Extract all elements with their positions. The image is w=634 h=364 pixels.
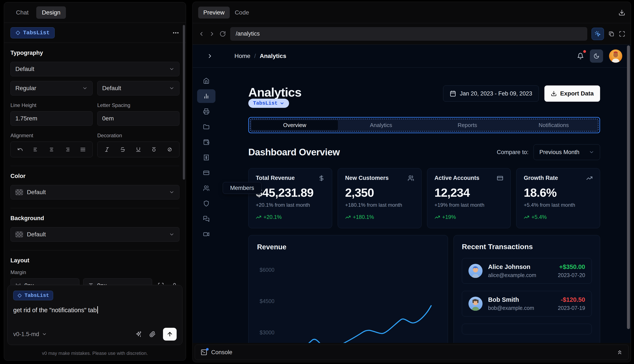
stat-card-new-customers: New Customers 2,350 +180.1% from last mo… <box>338 168 422 228</box>
letter-spacing-input[interactable]: 0em <box>97 111 179 126</box>
sidebar-item-security[interactable] <box>197 197 215 210</box>
color-section: Color Default <box>11 166 179 208</box>
line-height-input[interactable]: 1.75rem <box>11 111 93 126</box>
avatar <box>468 264 483 278</box>
font-family-value: Default <box>15 66 34 72</box>
charts-row: Revenue $6000 $4500 $3000 Recent Transac… <box>248 235 600 343</box>
selection-chip[interactable]: TabsList <box>248 99 289 108</box>
prompt-composer[interactable]: TabsList get rid of the "notifications" … <box>8 285 182 345</box>
avatar[interactable] <box>609 50 622 63</box>
breadcrumb-home[interactable]: Home <box>234 53 250 60</box>
font-weight-select[interactable]: Regular <box>11 81 93 96</box>
copy-icon[interactable] <box>608 31 614 37</box>
letter-spacing-label: Letter Spacing <box>97 102 179 108</box>
underline-icon[interactable] <box>133 144 143 154</box>
app-navbar: Home / Analytics <box>193 44 631 68</box>
chevron-down-icon <box>42 332 47 337</box>
fullscreen-icon[interactable] <box>619 31 625 37</box>
chevrons-up-icon[interactable] <box>616 349 623 356</box>
decoration-label: Decoration <box>97 132 179 138</box>
font-weight-value: Regular <box>15 85 36 92</box>
undo-icon[interactable] <box>15 144 25 154</box>
transaction-row[interactable] <box>462 324 592 334</box>
no-decoration-icon[interactable] <box>164 144 175 154</box>
component-badge[interactable]: TabsList <box>11 27 55 38</box>
align-justify-icon[interactable] <box>78 144 88 154</box>
tab-design[interactable]: Design <box>36 6 66 19</box>
sidebar-item-cards[interactable] <box>197 166 215 180</box>
background-select[interactable]: Default <box>11 227 179 242</box>
tab-overview[interactable]: Overview <box>251 120 338 130</box>
chevron-right-icon[interactable] <box>207 53 213 59</box>
align-center-icon[interactable] <box>46 144 57 154</box>
overline-icon[interactable] <box>149 144 159 154</box>
sidebar-item-members[interactable] <box>197 181 215 195</box>
sidebar-item-home[interactable] <box>197 74 215 88</box>
transaction-row[interactable]: Bob Smith bob@example.com -$120.50 2023-… <box>462 291 592 316</box>
transaction-date: 2023-07-20 <box>558 272 585 278</box>
dark-mode-toggle[interactable] <box>590 50 603 63</box>
sidebar-item-wallet[interactable] <box>197 135 215 149</box>
transaction-row[interactable]: Alice Johnson alice@example.com +$350.00… <box>462 258 592 284</box>
date-range-picker[interactable]: Jan 20, 2023 - Feb 09, 2023 <box>443 86 539 102</box>
credit-card-icon <box>497 175 503 181</box>
stat-title: Active Accounts <box>435 175 480 181</box>
stat-sub: +5.4% from last month <box>524 202 593 208</box>
bell-icon[interactable] <box>577 53 584 60</box>
model-select[interactable]: v0-1.5-md <box>13 331 47 338</box>
transaction-name: Alice Johnson <box>488 264 552 270</box>
tab-preview[interactable]: Preview <box>198 6 230 18</box>
component-badge-label: TabsList <box>23 30 50 36</box>
url-input[interactable]: /analytics <box>230 27 587 41</box>
chevron-down-icon <box>169 66 174 72</box>
alignment-label: Alignment <box>11 132 93 138</box>
compare-select[interactable]: Previous Month <box>533 144 600 160</box>
prompt-input[interactable]: get rid of the "notifications" tab <box>13 306 177 314</box>
users-icon <box>408 175 414 181</box>
italic-icon[interactable] <box>102 144 112 154</box>
tab-notifications[interactable]: Notifications <box>510 120 597 130</box>
refresh-icon[interactable] <box>219 31 226 37</box>
send-button[interactable] <box>163 328 177 340</box>
decoration-group <box>97 142 179 157</box>
date-range-value: Jan 20, 2023 - Feb 09, 2023 <box>460 90 532 97</box>
line-height-label: Line Height <box>11 102 93 108</box>
tab-reports[interactable]: Reports <box>424 120 511 130</box>
sidebar-item-video[interactable] <box>197 228 215 241</box>
viewport-scrollbar[interactable] <box>627 46 630 341</box>
sidebar-item-invoices[interactable] <box>197 151 215 164</box>
sidebar-item-reports[interactable] <box>197 105 215 118</box>
font-family-select[interactable]: Default <box>11 62 179 76</box>
color-select[interactable]: Default <box>11 185 179 200</box>
sidebar-item-analytics[interactable] <box>197 89 215 103</box>
tab-analytics[interactable]: Analytics <box>338 120 424 130</box>
color-label: Color <box>11 173 179 180</box>
stat-card-active-accounts: Active Accounts 12,234 +19% from last mo… <box>427 168 511 228</box>
forward-icon[interactable] <box>209 31 215 37</box>
align-right-icon[interactable] <box>62 144 72 154</box>
download-icon[interactable] <box>618 9 625 16</box>
console-label: Console <box>211 349 232 356</box>
panel-scrollbar[interactable] <box>183 25 185 180</box>
tabslist-selection-outline: Overview Analytics Reports Notifications <box>248 117 600 133</box>
sidebar-item-files[interactable] <box>197 120 215 134</box>
paperclip-icon[interactable] <box>149 331 156 337</box>
back-icon[interactable] <box>198 31 205 37</box>
composer-component-chip[interactable]: TabsList <box>13 291 53 300</box>
revenue-chart-card: Revenue $6000 $4500 $3000 <box>248 235 448 343</box>
strikethrough-icon[interactable] <box>118 144 128 154</box>
breadcrumb-current: Analytics <box>260 53 286 60</box>
ellipsis-icon[interactable] <box>172 29 179 36</box>
sparkles-icon[interactable] <box>135 331 142 338</box>
console-bar[interactable]: Console <box>195 344 629 360</box>
export-data-button[interactable]: Export Data <box>544 86 600 102</box>
align-left-icon[interactable] <box>31 144 41 154</box>
sidebar-item-messages[interactable] <box>197 212 215 226</box>
terminal-icon <box>200 349 207 356</box>
transaction-email: bob@example.com <box>488 305 552 311</box>
inspect-icon[interactable] <box>591 28 604 40</box>
font-size-select[interactable]: Default <box>97 81 179 96</box>
compare-value: Previous Month <box>539 149 579 156</box>
tab-chat[interactable]: Chat <box>11 6 34 19</box>
tab-code[interactable]: Code <box>230 6 254 18</box>
